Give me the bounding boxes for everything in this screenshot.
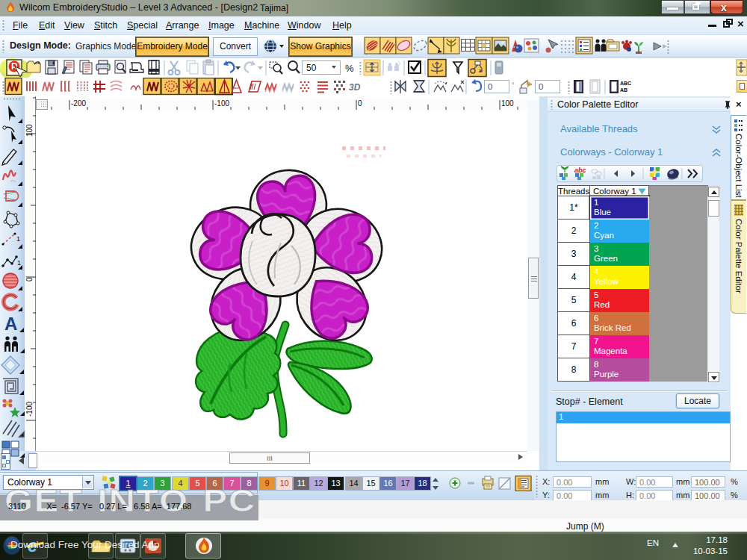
svg-text:-100: -100 [214,99,229,108]
svg-text:3D: 3D [349,82,361,93]
svg-text:A: A [4,314,17,334]
svg-text:ABC: ABC [620,81,631,86]
svg-text:100: 100 [25,124,34,137]
svg-text:-200: -200 [71,99,86,108]
svg-text:0: 0 [358,99,362,108]
svg-text:0: 0 [25,277,34,281]
svg-text:1: 1 [17,259,21,267]
svg-text:abc: abc [574,167,586,174]
svg-text:AB: AB [620,87,627,93]
svg-text:1: 1 [16,235,20,243]
svg-text:100: 100 [501,99,514,108]
svg-text:-100: -100 [25,402,34,417]
